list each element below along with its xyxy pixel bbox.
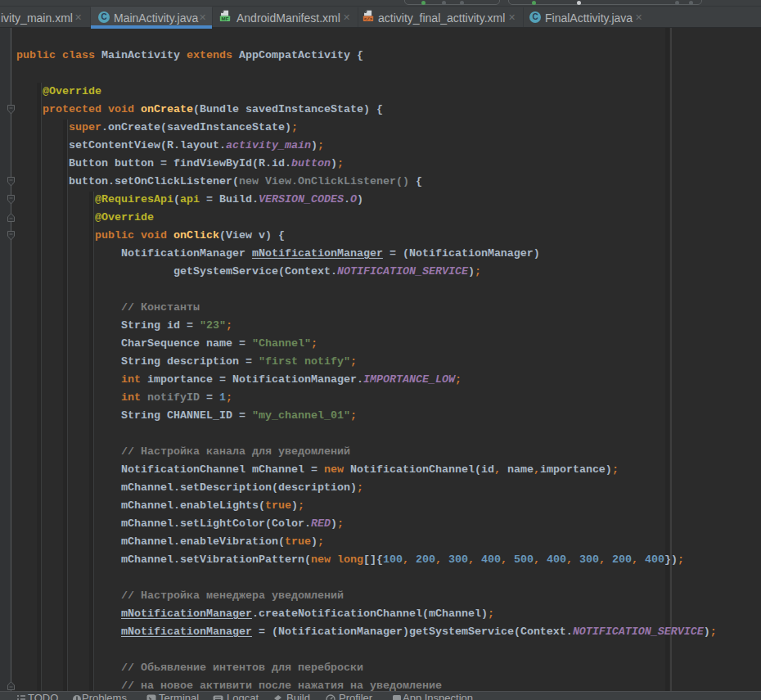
svg-text:MF: MF xyxy=(222,16,229,21)
svg-text:</>: </> xyxy=(364,16,373,21)
